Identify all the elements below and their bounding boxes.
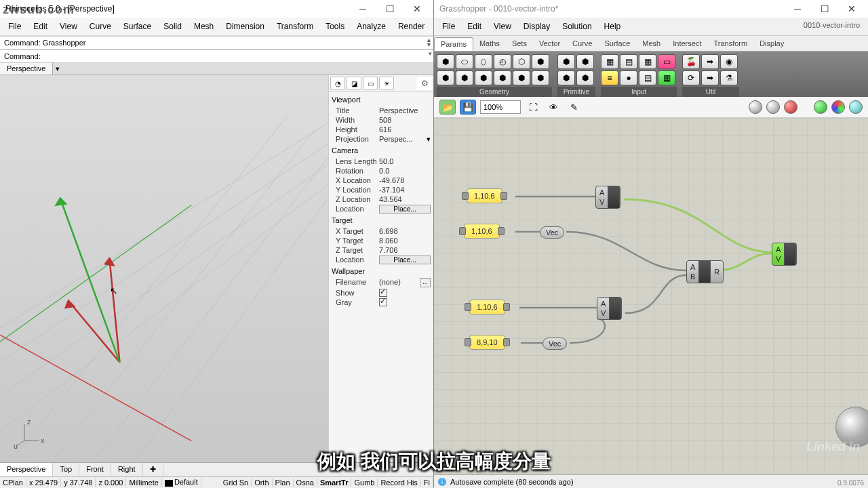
ribbon-label-geometry[interactable]: Geometry (437, 87, 552, 97)
prop-yt-val[interactable]: 8.060 (379, 237, 431, 245)
panel-node[interactable]: 1,10,6 (467, 188, 502, 203)
gh-tab-transform[interactable]: Transform (707, 37, 753, 51)
prop-zt-val[interactable]: 7.706 (379, 246, 431, 254)
menu-file[interactable]: File (3, 19, 26, 34)
cmd-scroll-icon[interactable]: ▲▼ (426, 38, 432, 47)
gh-minimize-button[interactable]: ─ (784, 0, 811, 18)
primitive-icon[interactable]: ⬢ (557, 70, 575, 85)
status-smarttrack[interactable]: SmartTr (317, 479, 352, 487)
gear-icon[interactable]: ⚙ (417, 77, 432, 90)
geometry-icon[interactable]: ⬡ (513, 54, 530, 69)
prop-tab-object-icon[interactable]: ◔ (330, 77, 345, 90)
gh-tab-curve[interactable]: Curve (566, 37, 598, 51)
util-icon[interactable]: ➡ (701, 54, 719, 69)
save-icon[interactable]: 💾 (460, 100, 476, 115)
vdis-component[interactable]: AV (597, 297, 622, 320)
prop-xt-val[interactable]: 6.698 (379, 227, 431, 235)
gh-tab-intersect[interactable]: Intersect (667, 37, 707, 51)
panel-node[interactable]: 1,10,6 (469, 300, 505, 314)
geometry-icon[interactable]: ⬢ (494, 70, 511, 85)
panel-icon[interactable]: ▭ (658, 54, 675, 69)
solver-icon[interactable] (814, 100, 827, 114)
status-ortho[interactable]: Orth (252, 479, 272, 487)
prop-tab-render-icon[interactable]: ☀ (379, 77, 394, 90)
prop-zloc-val[interactable]: 43.564 (379, 195, 431, 203)
input-icon[interactable]: ▤ (639, 70, 656, 85)
geometry-icon[interactable]: ⬢ (513, 70, 530, 85)
gh-menu-help[interactable]: Help (599, 19, 627, 34)
add-tab-button[interactable]: ✚ (143, 463, 163, 476)
prop-xloc-val[interactable]: -49.678 (379, 176, 431, 184)
geometry-icon[interactable]: ◴ (494, 54, 511, 69)
menu-transform[interactable]: Transform (271, 19, 319, 34)
status-layer[interactable]: Default (162, 478, 201, 486)
util-icon[interactable]: ⚗ (720, 70, 738, 85)
minimize-button[interactable]: ─ (349, 0, 376, 18)
prop-proj-val[interactable]: Perspec... (379, 135, 427, 144)
gh-menu-display[interactable]: Display (518, 19, 555, 34)
viewport-perspective[interactable]: ↖ zxu (0, 75, 328, 462)
close-button[interactable]: ✕ (403, 0, 431, 18)
status-planar[interactable]: Plan (273, 479, 294, 487)
tab-top[interactable]: Top (53, 463, 79, 476)
status-filter[interactable]: Fi (421, 479, 433, 487)
no-preview-icon[interactable] (784, 100, 797, 114)
open-icon[interactable]: 📂 (439, 100, 456, 115)
vdis-component-selected[interactable]: AV (772, 243, 797, 266)
view-tab-perspective[interactable]: Perspective (0, 63, 53, 75)
ribbon-label-util[interactable]: Util (682, 87, 739, 97)
gh-tab-maths[interactable]: Maths (473, 37, 506, 51)
menu-tools[interactable]: Tools (320, 19, 350, 34)
primitive-icon[interactable]: ⬢ (557, 54, 575, 69)
view-tab-dropdown-icon[interactable]: ▾ (53, 63, 62, 75)
geometry-icon[interactable]: ⬢ (532, 70, 549, 85)
menu-solid[interactable]: Solid (158, 19, 187, 34)
command-prompt[interactable]: Command: ▾ (0, 49, 433, 63)
status-units[interactable]: Millimete (126, 479, 161, 487)
geometry-icon[interactable]: ⬢ (456, 70, 473, 85)
input-icon[interactable]: ▤ (620, 54, 637, 69)
input-icon[interactable]: ▦ (601, 54, 618, 69)
show-checkbox[interactable] (379, 289, 387, 297)
status-record[interactable]: Record His (378, 479, 420, 487)
menu-mesh[interactable]: Mesh (189, 19, 219, 34)
maximize-button[interactable]: ☐ (376, 0, 403, 18)
tab-perspective[interactable]: Perspective (0, 463, 53, 476)
menu-analyze[interactable]: Analyze (351, 19, 391, 34)
geometry-icon[interactable]: ⬭ (456, 54, 473, 69)
menu-view[interactable]: View (54, 19, 83, 34)
status-grid[interactable]: Grid Sn (220, 479, 252, 487)
util-icon[interactable]: ➡ (701, 70, 719, 85)
gh-tab-surface[interactable]: Surface (598, 37, 636, 51)
menu-edit[interactable]: Edit (28, 19, 53, 34)
prop-lens-val[interactable]: 50.0 (379, 157, 431, 165)
input-icon[interactable]: ● (620, 70, 637, 85)
gh-tab-display[interactable]: Display (753, 37, 790, 51)
menu-curve[interactable]: Curve (84, 19, 117, 34)
gh-menu-view[interactable]: View (488, 19, 517, 34)
place-button[interactable]: Place... (379, 205, 431, 214)
geometry-icon[interactable]: ⬢ (437, 70, 454, 85)
prop-title-val[interactable]: Perspective (379, 106, 431, 115)
recompute-icon[interactable] (831, 100, 845, 114)
geometry-icon[interactable]: ⬢ (437, 54, 454, 69)
gh-menu-file[interactable]: File (437, 19, 460, 34)
menu-surface[interactable]: Surface (118, 19, 157, 34)
command-input[interactable] (43, 52, 395, 61)
prop-tab-material-icon[interactable]: ◪ (347, 77, 361, 90)
gh-tab-mesh[interactable]: Mesh (636, 37, 667, 51)
wire-icon[interactable] (766, 100, 780, 114)
sketch-icon[interactable]: ✎ (566, 100, 582, 115)
panel-node[interactable]: 1,10,6 (464, 224, 500, 239)
menu-dimension[interactable]: Dimension (220, 19, 270, 34)
gray-checkbox[interactable] (379, 298, 387, 306)
primitive-icon[interactable]: ⬢ (576, 54, 594, 69)
input-icon[interactable]: ▦ (658, 70, 675, 85)
util-icon[interactable]: ⟳ (682, 70, 700, 85)
geometry-icon[interactable]: ⬢ (475, 70, 492, 85)
prop-tab-display-icon[interactable]: ▭ (363, 77, 378, 90)
gh-tab-params[interactable]: Params (434, 37, 473, 51)
status-cplane[interactable]: CPlan (0, 479, 26, 487)
status-osnap[interactable]: Osna (294, 479, 317, 487)
shade-icon[interactable] (749, 100, 762, 114)
